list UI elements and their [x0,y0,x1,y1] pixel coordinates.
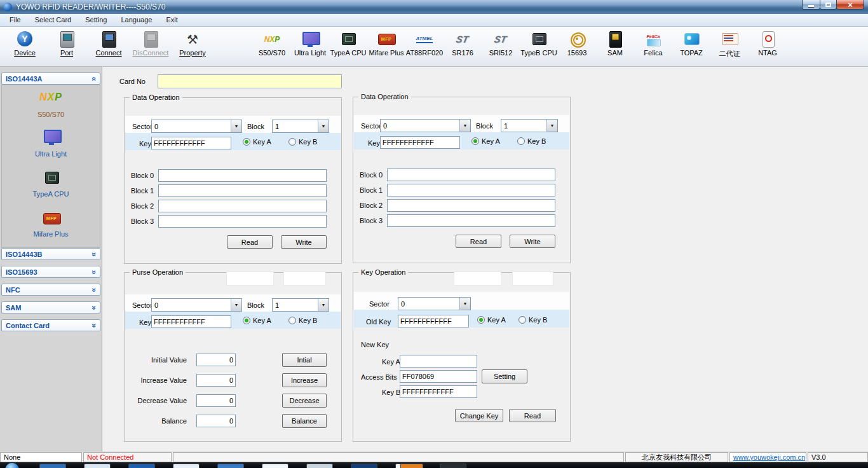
decrease-value-input[interactable] [196,394,236,407]
sidebar-item-mifare-plus[interactable]: Mifare Plus [2,230,100,238]
taskbar-app-icon[interactable] [173,464,200,468]
sidebar-section-contact-card[interactable]: Contact Card [1,319,100,331]
key-a-radio[interactable]: Key A [243,317,271,324]
key-input[interactable] [151,315,231,328]
new-key-a-input[interactable] [400,355,477,368]
old-key-input[interactable] [398,315,469,327]
key-input[interactable] [380,136,460,149]
write-button[interactable]: Write [281,235,327,249]
setting-button[interactable]: Setting [482,369,527,383]
sidebar-item-typea-cpu[interactable]: TypeA CPU [2,190,100,198]
toolbar-device-button[interactable]: Device [4,31,46,57]
toolbar-sam-button[interactable]: SAM [596,31,634,57]
chevron-double-down-icon[interactable] [92,303,97,312]
maximize-button[interactable] [820,0,837,10]
sidebar-section-sam[interactable]: SAM [1,301,100,313]
read-button[interactable]: Read [509,409,556,422]
block-dropdown[interactable]: 1 [501,119,558,132]
access-bits-input[interactable] [400,370,477,383]
taskbar-app-icon[interactable] [217,464,244,468]
chevron-double-down-icon[interactable] [92,321,97,330]
block0-input[interactable] [158,169,327,182]
toolbar-ultralight-button[interactable]: Ultra Light [291,31,329,57]
initial-button[interactable]: Intial [282,353,327,367]
taskbar-app-icon[interactable] [262,464,288,468]
nxp-logo-icon[interactable]: NXP [2,92,100,103]
sector-dropdown[interactable]: 0 [151,298,242,312]
start-button[interactable] [5,463,19,468]
toolbar-at88rf020-button[interactable]: ATMEL AT88RF020 [405,31,444,57]
chevron-down-icon[interactable] [231,120,241,132]
key-b-radio[interactable]: Key B [517,137,546,145]
chevron-double-up-icon[interactable] [92,74,97,83]
sidebar-item-s50s70[interactable]: S50/S70 [2,111,100,118]
toolbar-s50s70-button[interactable]: NXP S50/S70 [253,31,291,57]
toolbar-ntag-button[interactable]: NTAG [749,31,787,57]
read-button[interactable]: Read [227,235,273,249]
chevron-down-icon[interactable] [231,299,241,311]
menu-file[interactable]: File [3,14,28,26]
taskbar-app-icon[interactable] [400,464,423,468]
new-key-b-input[interactable] [400,385,477,398]
chevron-double-down-icon[interactable] [92,286,97,294]
card-no-input[interactable] [158,74,342,88]
taskbar-app-icon[interactable] [39,464,66,468]
status-website-link[interactable]: www.youwokeji.com.cn [733,453,805,461]
menu-select-card[interactable]: Select Card [28,14,78,26]
toolbar-sri512-button[interactable]: ST SRI512 [482,31,520,57]
block3-input[interactable] [387,214,555,227]
block1-input[interactable] [158,184,327,197]
chevron-down-icon[interactable] [318,120,329,132]
balance-input[interactable] [196,415,236,427]
taskbar-app-icon[interactable] [128,464,155,468]
block-dropdown[interactable]: 1 [272,120,329,133]
read-button[interactable]: Read [456,235,501,248]
toolbar-port-button[interactable]: Port [46,31,88,57]
toolbar-15693-button[interactable]: 15693 [558,31,596,57]
block1-input[interactable] [387,184,555,196]
chevron-down-icon[interactable] [318,299,329,311]
chevron-double-down-icon[interactable] [92,250,97,259]
key-b-radio[interactable]: Key B [519,316,547,324]
write-button[interactable]: Write [510,235,555,248]
decrease-button[interactable]: Decrease [282,394,327,408]
ultra-light-icon[interactable] [43,128,60,146]
sector-dropdown[interactable]: 0 [151,120,242,133]
chevron-down-icon[interactable] [459,120,470,132]
sidebar-section-iso14443a[interactable]: ISO14443A [1,72,100,85]
minimize-button[interactable] [802,0,820,10]
sidebar-item-ultra-light[interactable]: Ultra Light [2,150,100,158]
taskbar-app-icon[interactable] [84,464,111,468]
typea-cpu-chip-icon[interactable] [43,169,60,186]
toolbar-id-card-button[interactable]: 二代证 [710,31,749,59]
key-a-radio[interactable]: Key A [477,316,506,324]
change-key-button[interactable]: Change Key [455,409,503,422]
chevron-down-icon[interactable] [546,120,557,132]
taskbar-app-icon[interactable] [306,464,333,468]
menu-setting[interactable]: Setting [78,14,114,26]
initial-value-input[interactable] [196,354,236,366]
sector-dropdown[interactable]: 0 [398,297,471,310]
block-dropdown[interactable]: 1 [272,298,329,312]
sidebar-section-iso14443b[interactable]: ISO14443B [1,248,100,260]
toolbar-sr176-button[interactable]: ST SR176 [444,31,482,57]
taskbar-app-icon[interactable] [351,464,377,468]
sidebar-section-iso15693[interactable]: ISO15693 [1,266,100,278]
key-b-radio[interactable]: Key B [288,317,317,324]
mifare-plus-icon[interactable]: MFP [43,210,60,227]
toolbar-mifare-plus-button[interactable]: MFP Mifare Plus [367,31,405,57]
sidebar-section-nfc[interactable]: NFC [1,284,100,296]
increase-value-input[interactable] [196,374,236,387]
menu-language[interactable]: Language [114,14,159,26]
toolbar-property-button[interactable]: Property [172,31,214,57]
block2-input[interactable] [387,199,555,212]
key-input[interactable] [151,137,231,149]
menu-exit[interactable]: Exit [159,14,184,26]
key-b-radio[interactable]: Key B [288,138,317,146]
chevron-down-icon[interactable] [459,298,470,310]
toolbar-felica-button[interactable]: FeliCa Felica [634,31,672,57]
block3-input[interactable] [158,215,327,228]
toolbar-connect-button[interactable]: Connect [88,31,130,57]
toolbar-typea-cpu-button[interactable]: TypeA CPU [329,31,367,57]
chevron-double-down-icon[interactable] [92,268,97,277]
